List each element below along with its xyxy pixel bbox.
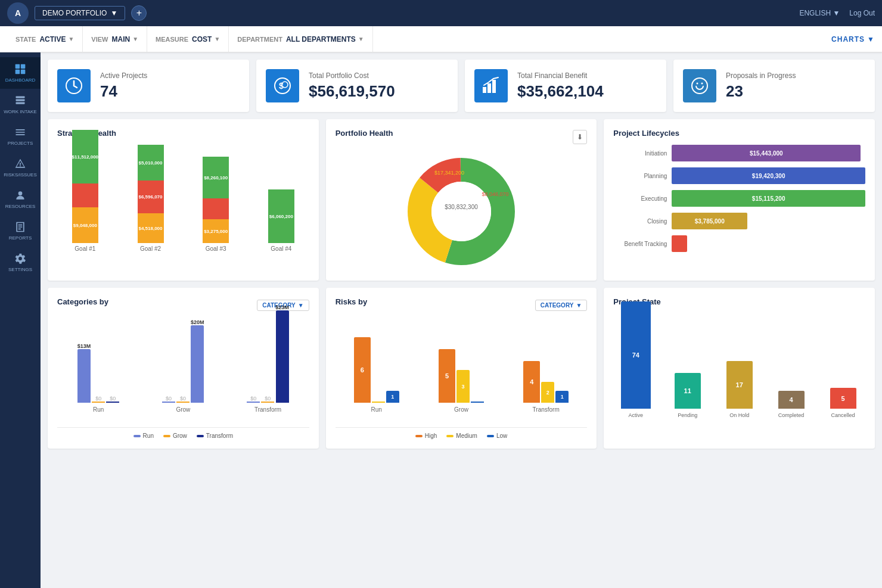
logo-icon: A: [7, 2, 29, 24]
transform-legend-icon: [197, 435, 204, 437]
sidebar-item-resources[interactable]: RESOURCES: [0, 183, 41, 215]
svg-point-16: [697, 83, 698, 85]
svg-rect-5: [16, 99, 25, 101]
state-bar-on-hold: 17 On Hold: [717, 361, 762, 418]
logout-button[interactable]: Log Out: [849, 9, 875, 17]
kpi-financial-benefit: Total Financial Benefit $35,662,104: [465, 60, 666, 112]
kpi-proposals: Proposals in Progress 23: [673, 60, 875, 112]
svg-point-15: [692, 78, 707, 94]
dept-value: ALL DEPARTMENTS: [286, 35, 356, 43]
portfolio-donut-chart: $30,832,300 $8,046,070 $17,341,200: [336, 152, 588, 271]
proposals-icon: [683, 69, 716, 102]
svg-rect-1: [21, 64, 26, 69]
sidebar-item-risks[interactable]: RISKS/ISSUES: [0, 152, 41, 183]
svg-point-17: [701, 83, 703, 85]
total-cost-icon: $: [266, 69, 299, 102]
measure-filter[interactable]: MEASURE COST ▼: [147, 26, 229, 52]
view-arrow-icon: ▼: [132, 36, 138, 42]
state-bar-completed: 4 Completed: [769, 391, 813, 418]
portfolio-button[interactable]: DEMO PORTFOLIO ▼: [35, 6, 125, 20]
charts-arrow-icon: ▼: [867, 35, 875, 43]
measure-value: COST: [192, 35, 212, 43]
project-lifecycles-title: Project Lifecycles: [613, 129, 865, 138]
nav-right: ENGLISH ▼ Log Out: [799, 9, 875, 17]
view-filter[interactable]: VIEW MAIN ▼: [83, 26, 147, 52]
add-portfolio-button[interactable]: +: [131, 5, 147, 21]
high-legend-icon: [415, 435, 423, 437]
risks-by-title: Risks by: [336, 297, 367, 306]
download-button[interactable]: ⬇: [573, 130, 587, 144]
svg-rect-13: [487, 83, 491, 93]
state-value: ACTIVE: [39, 35, 66, 43]
active-projects-icon: [57, 69, 91, 102]
svg-text:$30,832,300: $30,832,300: [445, 204, 478, 210]
state-arrow-icon: ▼: [68, 36, 74, 42]
risks-filter-arrow-icon: ▼: [576, 302, 582, 309]
low-legend-icon: [487, 435, 494, 437]
middle-charts-row: Strategic Health $9,048,000 $11,512,000 …: [48, 119, 875, 281]
project-lifecycles-panel: Project Lifecycles Initiation $15,443,00…: [604, 119, 875, 281]
top-nav: A DEMO PORTFOLIO ▼ + ENGLISH ▼ Log Out: [0, 0, 882, 26]
categories-bar-chart: $13M $0 $0 Run: [57, 321, 309, 428]
portfolio-health-panel: Portfolio Health ⬇ $30,832,300 $8,046,07…: [326, 119, 597, 281]
risks-filter-button[interactable]: CATEGORY ▼: [535, 300, 587, 311]
risks-by-panel: Risks by CATEGORY ▼ 6: [326, 288, 597, 449]
sidebar-item-work-intake[interactable]: WORK INTAKE: [0, 89, 41, 120]
risks-bar-chart: 6 1 Run: [336, 321, 588, 428]
bottom-charts-row: Categories by CATEGORY ▼ $13M: [48, 288, 875, 449]
svg-rect-4: [16, 97, 25, 98]
dept-filter[interactable]: DEPARTMENT ALL DEPARTMENTS ▼: [229, 26, 372, 52]
svg-rect-6: [16, 102, 25, 104]
charts-button[interactable]: CHARTS ▼: [831, 35, 875, 43]
portfolio-label: DEMO PORTFOLIO: [42, 9, 107, 17]
sidebar-item-dashboard[interactable]: DASHBOARD: [0, 57, 41, 89]
svg-rect-3: [21, 70, 26, 74]
grow-legend-icon: [163, 435, 170, 437]
kpi-total-cost: $ Total Portfolio Cost $56,619,570: [256, 60, 458, 112]
measure-arrow-icon: ▼: [214, 36, 220, 42]
view-value: MAIN: [111, 35, 130, 43]
project-state-chart: 74 Active 11 Pending 17 On Hold: [613, 313, 865, 433]
svg-rect-2: [15, 70, 20, 74]
language-selector[interactable]: ENGLISH ▼: [799, 9, 840, 17]
run-legend-icon: [133, 435, 141, 437]
state-filter[interactable]: STATE ACTIVE ▼: [7, 26, 83, 52]
sidebar: DASHBOARD WORK INTAKE PROJECTS RISKS/ISS…: [0, 52, 41, 588]
kpi-active-projects: Active Projects 74: [48, 60, 249, 112]
portfolio-health-title: Portfolio Health: [336, 129, 393, 138]
svg-point-21: [431, 182, 491, 241]
medium-legend-icon: [446, 435, 454, 437]
sidebar-item-settings[interactable]: SETTINGS: [0, 247, 41, 278]
chevron-down-icon: ▼: [110, 9, 117, 17]
main-content: Active Projects 74 $ Total Portfolio Cos…: [41, 52, 882, 588]
strategic-health-panel: Strategic Health $9,048,000 $11,512,000 …: [48, 119, 319, 281]
svg-rect-14: [492, 80, 496, 93]
lifecycle-chart: Initiation $15,443,000 Planning $19,420,…: [613, 145, 865, 252]
state-bar-active: 74 Active: [613, 301, 658, 418]
main-layout: DASHBOARD WORK INTAKE PROJECTS RISKS/ISS…: [0, 52, 882, 588]
svg-point-7: [18, 191, 23, 195]
sidebar-item-projects[interactable]: PROJECTS: [0, 120, 41, 152]
risks-legend: High Medium Low: [336, 433, 588, 439]
svg-rect-0: [15, 64, 20, 69]
financial-benefit-icon: [474, 69, 508, 102]
categories-legend: Run Grow Transform: [57, 433, 309, 439]
filter-bar: STATE ACTIVE ▼ VIEW MAIN ▼ MEASURE COST …: [0, 26, 882, 52]
project-state-panel: Project State 74 Active 11 Pending 17: [604, 288, 875, 449]
categories-by-panel: Categories by CATEGORY ▼ $13M: [48, 288, 319, 449]
svg-text:$8,046,070: $8,046,070: [482, 191, 508, 197]
state-bar-pending: 11 Pending: [665, 373, 710, 418]
kpi-row: Active Projects 74 $ Total Portfolio Cos…: [48, 60, 875, 112]
state-bar-cancelled: 5 Cancelled: [821, 388, 865, 418]
svg-text:$17,341,200: $17,341,200: [434, 170, 464, 176]
dept-arrow-icon: ▼: [358, 36, 364, 42]
sidebar-item-reports[interactable]: REPORTS: [0, 215, 41, 247]
categories-by-title: Categories by: [57, 297, 108, 306]
svg-rect-12: [483, 87, 486, 93]
strategic-health-chart: $9,048,000 $11,512,000 Goal #1 $4,518,00…: [57, 145, 309, 264]
